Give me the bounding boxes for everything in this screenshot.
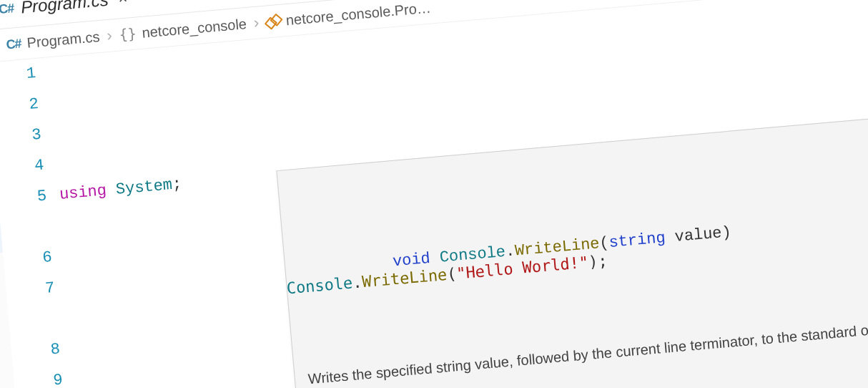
breadcrumb-file[interactable]: C# Program.cs xyxy=(6,29,101,53)
tab-title: Program.cs xyxy=(20,0,109,17)
chevron-right-icon: › xyxy=(253,14,260,33)
code-editor[interactable]: 1 2 3 4 5 6 7 8 9 using System; namespac… xyxy=(0,0,868,388)
tooltip-param-name: value xyxy=(665,224,723,247)
line-number: 3 xyxy=(0,120,43,155)
tooltip-param-type: string xyxy=(608,229,666,252)
code-area[interactable]: using System; namespace netcore_console … xyxy=(47,37,462,388)
line-number: 7 xyxy=(12,273,59,339)
csharp-file-icon: C# xyxy=(0,1,14,17)
identifier-console: Console xyxy=(285,268,354,305)
code-line[interactable]: using System; xyxy=(58,160,296,211)
call-close: ); xyxy=(587,246,608,278)
line-number: 8 xyxy=(17,335,61,369)
code-line[interactable] xyxy=(71,312,310,364)
line-number: 1 xyxy=(0,59,37,93)
keyword-using: using xyxy=(58,176,108,210)
line-number: 9 xyxy=(20,365,64,388)
tooltip-description: Writes the specified string value, follo… xyxy=(307,311,868,388)
semicolon: ; xyxy=(171,169,183,200)
breadcrumb-namespace-label: netcore_console xyxy=(142,16,247,42)
class-icon xyxy=(265,15,280,28)
line-number: 6 xyxy=(9,243,54,277)
breadcrumb-namespace[interactable]: {} netcore_console xyxy=(119,15,247,43)
identifier-system: System xyxy=(114,170,174,206)
namespace-icon: {} xyxy=(119,25,137,44)
line-number: 2 xyxy=(0,89,40,124)
breadcrumb-class-label: netcore_console.Pro… xyxy=(285,0,432,29)
chevron-right-icon: › xyxy=(106,26,113,45)
breadcrumb-file-label: Program.cs xyxy=(26,29,101,52)
csharp-file-icon: C# xyxy=(6,36,22,52)
line-number: 4 xyxy=(1,151,46,185)
line-number: 5 xyxy=(4,181,51,246)
close-icon[interactable]: × xyxy=(114,0,131,7)
